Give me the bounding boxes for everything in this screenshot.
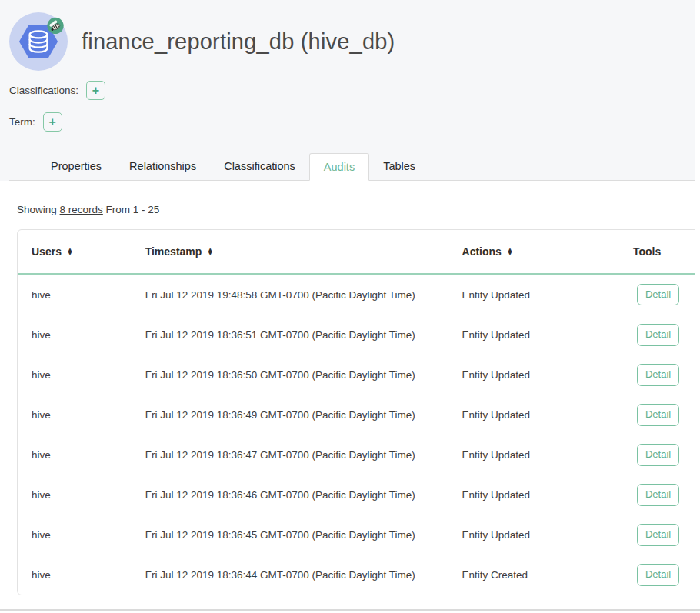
action-cell: Entity Updated [448, 435, 619, 475]
action-cell: Entity Updated [448, 275, 619, 315]
timestamp-cell: Fri Jul 12 2019 18:36:50 GMT-0700 (Pacif… [132, 355, 448, 395]
tools-cell: Detail [619, 275, 695, 315]
audit-table-container: Users▲▼Timestamp▲▼Actions▲▼Tools hiveFri… [17, 229, 695, 595]
action-cell: Entity Updated [448, 475, 619, 515]
audit-table: Users▲▼Timestamp▲▼Actions▲▼Tools hiveFri… [17, 229, 695, 595]
plus-icon: + [92, 85, 99, 97]
user-cell: hive [18, 355, 132, 395]
user-cell: hive [18, 435, 132, 475]
record-count-summary: Showing 8 records From 1 - 25 [17, 204, 695, 215]
action-cell: Entity Updated [448, 515, 619, 555]
tools-cell: Detail [619, 435, 695, 475]
audit-row: hiveFri Jul 12 2019 18:36:44 GMT-0700 (P… [18, 555, 695, 595]
timestamp-cell: Fri Jul 12 2019 18:36:45 GMT-0700 (Pacif… [132, 515, 448, 555]
timestamp-cell: Fri Jul 12 2019 18:36:49 GMT-0700 (Pacif… [132, 395, 448, 435]
detail-button[interactable]: Detail [637, 404, 679, 425]
user-cell: hive [18, 275, 132, 315]
timestamp-cell: Fri Jul 12 2019 18:36:46 GMT-0700 (Pacif… [132, 475, 448, 515]
audit-row: hiveFri Jul 12 2019 18:36:50 GMT-0700 (P… [18, 355, 695, 395]
records-count-link[interactable]: 8 records [60, 204, 103, 215]
user-cell: hive [18, 515, 132, 555]
sort-arrows-icon[interactable]: ▲▼ [67, 248, 73, 256]
tabs: PropertiesRelationshipsClassificationsAu… [9, 153, 695, 181]
add-classification-button[interactable]: + [86, 81, 105, 100]
entity-header-section: finance_reporting_db (hive_db) Classific… [0, 0, 695, 181]
audit-row: hiveFri Jul 12 2019 18:36:46 GMT-0700 (P… [18, 475, 695, 515]
page-title: finance_reporting_db (hive_db) [82, 29, 395, 55]
column-label: Actions [462, 245, 502, 258]
sort-arrows-icon[interactable]: ▲▼ [507, 248, 513, 256]
audit-row: hiveFri Jul 12 2019 18:36:47 GMT-0700 (P… [18, 435, 695, 475]
user-cell: hive [18, 475, 132, 515]
column-header-tools: Tools [619, 230, 695, 275]
timestamp-cell: Fri Jul 12 2019 18:36:44 GMT-0700 (Pacif… [132, 555, 448, 595]
classifications-label: Classifications: [9, 85, 78, 96]
user-cell: hive [18, 315, 132, 355]
detail-button[interactable]: Detail [637, 524, 679, 545]
audits-tab-content: Showing 8 records From 1 - 25 Users▲▼Tim… [0, 181, 695, 595]
column-label: Users [32, 245, 62, 258]
column-header-timestamp[interactable]: Timestamp▲▼ [132, 230, 448, 275]
tab-classifications[interactable]: Classifications [210, 153, 309, 181]
tools-cell: Detail [619, 315, 695, 355]
tools-cell: Detail [619, 395, 695, 435]
timestamp-cell: Fri Jul 12 2019 18:36:47 GMT-0700 (Pacif… [132, 435, 448, 475]
detail-button[interactable]: Detail [637, 484, 679, 505]
timestamp-cell: Fri Jul 12 2019 19:48:58 GMT-0700 (Pacif… [132, 275, 448, 315]
classifications-row: Classifications: + [9, 81, 695, 100]
tools-cell: Detail [619, 355, 695, 395]
tools-cell: Detail [619, 515, 695, 555]
table-header-row: Users▲▼Timestamp▲▼Actions▲▼Tools [18, 230, 695, 275]
action-cell: Entity Updated [448, 315, 619, 355]
plus-icon: + [49, 116, 56, 128]
column-header-actions[interactable]: Actions▲▼ [448, 230, 619, 275]
database-hexagon-icon [9, 12, 68, 71]
column-label: Tools [633, 245, 661, 258]
detail-button[interactable]: Detail [637, 564, 679, 585]
add-term-button[interactable]: + [43, 112, 62, 132]
audit-row: hiveFri Jul 12 2019 18:36:45 GMT-0700 (P… [18, 515, 695, 555]
term-row: Term: + [9, 112, 695, 132]
detail-button[interactable]: Detail [637, 284, 679, 305]
tab-tables[interactable]: Tables [369, 153, 429, 181]
tab-audits[interactable]: Audits [309, 153, 369, 181]
column-label: Timestamp [145, 245, 202, 258]
title-row: finance_reporting_db (hive_db) [9, 12, 695, 71]
audit-row: hiveFri Jul 12 2019 18:36:49 GMT-0700 (P… [18, 395, 695, 435]
sort-arrows-icon[interactable]: ▲▼ [207, 248, 213, 256]
entity-detail-page: finance_reporting_db (hive_db) Classific… [0, 0, 695, 613]
action-cell: Entity Updated [448, 355, 619, 395]
detail-button[interactable]: Detail [637, 324, 679, 345]
action-cell: Entity Created [448, 555, 619, 595]
tools-cell: Detail [619, 555, 695, 595]
detail-button[interactable]: Detail [637, 444, 679, 465]
horizontal-scrollbar[interactable] [0, 609, 700, 611]
showing-prefix: Showing [17, 204, 60, 215]
user-cell: hive [18, 395, 132, 435]
action-cell: Entity Updated [448, 395, 619, 435]
term-label: Term: [9, 116, 35, 128]
detail-button[interactable]: Detail [637, 364, 679, 385]
tab-properties[interactable]: Properties [37, 153, 115, 181]
column-header-users[interactable]: Users▲▼ [18, 230, 132, 275]
tools-cell: Detail [619, 475, 695, 515]
showing-range: From 1 - 25 [103, 204, 160, 215]
timestamp-cell: Fri Jul 12 2019 18:36:51 GMT-0700 (Pacif… [132, 315, 448, 355]
audit-row: hiveFri Jul 12 2019 19:48:58 GMT-0700 (P… [18, 275, 695, 315]
tab-relationships[interactable]: Relationships [115, 153, 210, 181]
audit-row: hiveFri Jul 12 2019 18:36:51 GMT-0700 (P… [18, 315, 695, 355]
hive-bee-badge [47, 18, 63, 34]
user-cell: hive [18, 555, 132, 595]
